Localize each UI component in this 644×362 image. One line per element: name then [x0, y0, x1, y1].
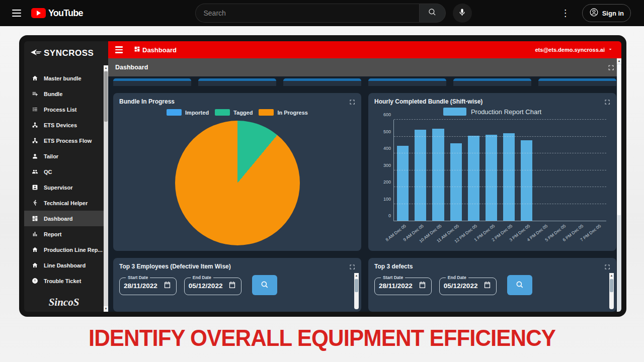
fullscreen-icon[interactable]: [604, 98, 610, 107]
sidebar-item-process-list[interactable]: Process List: [24, 102, 104, 117]
card-top3-defects: Top 3 defects Start Date 28/11/2022: [368, 258, 616, 312]
stat-tile: [368, 78, 446, 86]
scrollbar-thumb[interactable]: [355, 279, 358, 292]
fullscreen-icon[interactable]: [608, 64, 614, 71]
gridline: [394, 187, 606, 187]
scrollbar-thumb[interactable]: [104, 71, 108, 122]
legend-swatch: [443, 108, 466, 116]
legend-label: Tagged: [233, 110, 253, 116]
voice-search-button[interactable]: [453, 4, 472, 23]
youtube-logo[interactable]: YouTube: [31, 8, 83, 19]
bar: [468, 136, 479, 221]
card-scrollbar[interactable]: ▲: [609, 273, 614, 309]
sidebar-item-qc[interactable]: QC: [24, 164, 104, 179]
sidebar-item-dashboard[interactable]: Dashboard: [24, 211, 104, 226]
search-icon: [428, 8, 437, 19]
sidebar-item-supervisor[interactable]: Supervisor: [24, 179, 104, 195]
calendar-icon[interactable]: [484, 281, 491, 290]
sincos-logo: SincoS: [24, 293, 104, 312]
bar: [503, 133, 515, 221]
main-panel: Dashboard ets@ets.demo.syncross.ai Dashb…: [108, 41, 621, 312]
bar-slot: [553, 120, 571, 221]
search-input[interactable]: [195, 4, 419, 23]
scroll-up-icon[interactable]: ▲: [104, 65, 108, 71]
fullscreen-icon[interactable]: [349, 98, 355, 107]
page-scrollbar[interactable]: ▲: [617, 58, 621, 312]
gridline: [394, 204, 606, 204]
scroll-up-icon[interactable]: ▲: [354, 273, 359, 279]
y-tick-label: 0: [376, 213, 391, 218]
search-button[interactable]: [419, 4, 446, 23]
scroll-up-icon[interactable]: ▲: [609, 273, 614, 279]
legend-item-imported[interactable]: Imported: [167, 109, 209, 116]
sidebar-item-report[interactable]: Report: [24, 226, 104, 242]
dashboard-icon: [32, 215, 38, 222]
youtube-wordmark: YouTube: [48, 8, 83, 19]
sidebar-item-production-line-rep[interactable]: Production Line Rep...: [24, 242, 104, 257]
card-scrollbar[interactable]: ▲: [354, 273, 359, 309]
calendar-icon[interactable]: [164, 281, 171, 290]
start-date-field[interactable]: Start Date 28/11/2022: [374, 275, 432, 295]
account-email: ets@ets.demo.syncross.ai: [535, 47, 605, 53]
account-menu[interactable]: ets@ets.demo.syncross.ai: [535, 46, 613, 53]
fullscreen-icon[interactable]: [604, 263, 610, 272]
bar-slot: [394, 120, 412, 221]
bar-slot: [589, 120, 606, 221]
device-hub-icon: [32, 122, 38, 128]
sidebar-item-line-dashboard[interactable]: Line Dashboard: [24, 257, 104, 273]
runner-icon: [32, 200, 38, 206]
sidebar-item-label: Dashboard: [44, 216, 72, 222]
sidebar-item-master-bundle[interactable]: Master bundle: [24, 70, 104, 86]
page-subheader: Dashboard: [108, 58, 621, 76]
calendar-icon[interactable]: [228, 281, 236, 290]
playlist-add-icon: [32, 90, 38, 97]
y-tick-label: 400: [376, 146, 391, 151]
gridline: [394, 170, 606, 170]
scroll-up-icon[interactable]: ▲: [617, 58, 621, 64]
sidebar-scrollbar[interactable]: ▲ ▼: [104, 41, 108, 312]
kebab-menu-icon[interactable]: ⋮: [559, 8, 572, 19]
alert-icon: [32, 278, 38, 284]
chevron-down-icon: [607, 46, 613, 53]
sidebar-item-trouble-ticket[interactable]: Trouble Ticket: [24, 273, 104, 289]
end-date-field[interactable]: End Date 05/12/2022: [439, 275, 497, 295]
badge-icon: [32, 184, 38, 191]
calendar-icon[interactable]: [419, 281, 426, 290]
sidebar-item-bundle[interactable]: Bundle: [24, 86, 104, 102]
sidebar-item-label: QC: [44, 169, 52, 175]
bar: [450, 143, 462, 221]
start-date-field[interactable]: Start Date 28/11/2022: [119, 275, 177, 295]
sidebar-item-ets-process-flow[interactable]: ETS Process Flow: [24, 133, 104, 148]
sign-in-button[interactable]: Sign in: [582, 4, 631, 22]
y-tick-label: 200: [376, 179, 391, 185]
card-hourly-completed-bundle: Hourly Completed Bundle (Shift-wise) Pro…: [368, 93, 616, 251]
search-filter-button[interactable]: [507, 275, 532, 295]
bar-legend[interactable]: Production Report Chart: [374, 108, 610, 116]
sidebar-toggle-icon[interactable]: [115, 46, 123, 53]
search-filter-button[interactable]: [252, 275, 277, 295]
legend-label: Production Report Chart: [471, 108, 541, 116]
y-tick-label: 300: [376, 163, 391, 168]
gridline: [394, 136, 606, 137]
topbar-title: Dashboard: [142, 46, 177, 54]
bar-slot: [429, 120, 447, 221]
sidebar-item-tailor[interactable]: Tailor: [24, 148, 104, 164]
stat-tile: [453, 78, 531, 86]
stat-tile: [198, 78, 276, 86]
fullscreen-icon[interactable]: [349, 263, 355, 272]
end-date-field[interactable]: End Date 05/12/2022: [184, 275, 242, 295]
legend-item-in-progress[interactable]: In Progress: [259, 109, 308, 116]
video-area: SYNCROSS Master bundleBundleProcess List…: [0, 26, 644, 362]
legend-item-tagged[interactable]: Tagged: [215, 109, 253, 116]
scrollbar-thumb[interactable]: [610, 279, 613, 292]
menu-icon[interactable]: [12, 10, 21, 17]
scroll-down-icon[interactable]: ▼: [104, 306, 108, 312]
bar-slot: [500, 120, 518, 221]
end-date-label: End Date: [446, 275, 468, 280]
person-circle-icon: [589, 8, 599, 19]
sidebar-item-ets-devices[interactable]: ETS Devices: [24, 117, 104, 133]
x-axis-labels: 8 AM Dec 059 AM Dec 0510 AM Dec 0511 AM …: [393, 222, 606, 243]
scrollbar-thumb[interactable]: [617, 64, 621, 215]
sidebar-item-technical-helper[interactable]: Technical Helper: [24, 195, 104, 211]
card-top3-employees: Top 3 Employees (Defective Item Wise) St…: [113, 258, 361, 312]
